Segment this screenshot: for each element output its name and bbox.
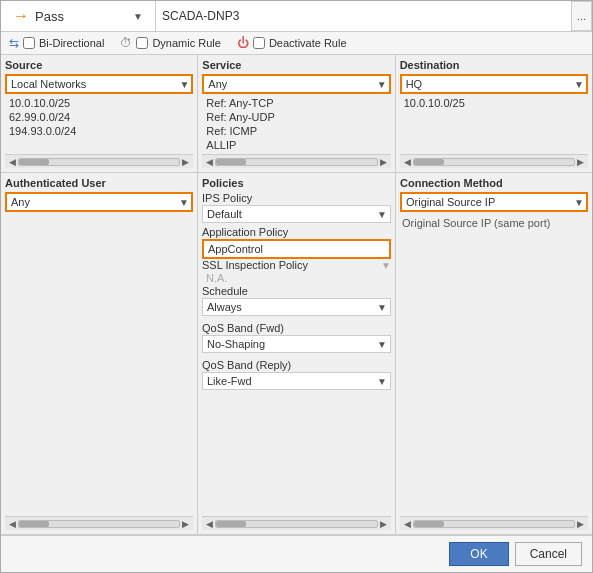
service-column: Service Any ▼ Ref: Any-TCP Ref: Any-UDP …	[198, 55, 395, 172]
app-policy-label: Application Policy	[202, 226, 391, 238]
cancel-button[interactable]: Cancel	[515, 542, 582, 566]
na-text: N.A.	[202, 271, 391, 285]
list-item: 10.0.10.0/25	[5, 96, 193, 110]
scroll-left-icon[interactable]: ◀	[7, 519, 18, 529]
columns-section: Source Local Networks ▼ 10.0.10.0/25 62.…	[1, 55, 592, 173]
scroll-left-icon[interactable]: ◀	[402, 519, 413, 529]
destination-column: Destination HQ ▼ 10.0.10.0/25 ◀ ▶	[396, 55, 592, 172]
connection-scrollbar[interactable]: ◀ ▶	[400, 516, 588, 530]
bidirectional-option: ⇆ Bi-Directional	[9, 36, 104, 50]
schedule-dropdown-wrapper: Always ▼	[202, 298, 391, 316]
ssl-inspection-label: SSL Inspection Policy	[202, 259, 381, 271]
qos-reply-dropdown-wrapper: Like-Fwd ▼	[202, 372, 391, 390]
auth-user-dropdown-wrapper: Any ▼	[5, 192, 193, 212]
ips-policy-dropdown-wrapper: Default ▼	[202, 205, 391, 223]
schedule-dropdown[interactable]: Always	[202, 298, 391, 316]
ssl-inspection-row: SSL Inspection Policy ▼	[202, 259, 391, 271]
bidirectional-label: Bi-Directional	[39, 37, 104, 49]
main-window: → Pass ▼ ... ⇆ Bi-Directional ⏱ Dynamic …	[0, 0, 593, 573]
qos-fwd-dropdown-wrapper: No-Shaping ▼	[202, 335, 391, 353]
scroll-thumb	[414, 521, 444, 527]
list-item: 62.99.0.0/24	[5, 110, 193, 124]
qos-reply-label: QoS Band (Reply)	[202, 359, 391, 371]
destination-dropdown[interactable]: HQ	[400, 74, 588, 94]
scroll-thumb	[414, 159, 444, 165]
scroll-track	[18, 158, 180, 166]
service-list: Ref: Any-TCP Ref: Any-UDP Ref: ICMP ALLI…	[202, 94, 390, 154]
scroll-track	[215, 520, 378, 528]
policies-panel: Policies IPS Policy Default ▼ Applicatio…	[198, 173, 396, 534]
deactivate-rule-checkbox[interactable]	[253, 37, 265, 49]
destination-scrollbar[interactable]: ◀ ▶	[400, 154, 588, 168]
scroll-right-icon[interactable]: ▶	[180, 157, 191, 167]
service-dropdown-wrapper: Any ▼	[202, 74, 390, 94]
connection-dropdown-wrapper: Original Source IP ▼	[400, 192, 588, 212]
auth-user-dropdown[interactable]: Any	[5, 192, 193, 212]
pass-button[interactable]: → Pass ▼	[1, 1, 156, 31]
dynamic-rule-option: ⏱ Dynamic Rule	[120, 36, 220, 50]
bidirectional-icon: ⇆	[9, 36, 19, 50]
scroll-right-icon[interactable]: ▶	[378, 157, 389, 167]
scroll-right-icon[interactable]: ▶	[378, 519, 389, 529]
dynamic-rule-icon: ⏱	[120, 36, 132, 50]
ellipsis-button[interactable]: ...	[571, 1, 592, 31]
qos-fwd-dropdown[interactable]: No-Shaping	[202, 335, 391, 353]
source-scrollbar[interactable]: ◀ ▶	[5, 154, 193, 168]
scroll-thumb	[216, 159, 246, 165]
schedule-label: Schedule	[202, 285, 391, 297]
dynamic-rule-checkbox[interactable]	[136, 37, 148, 49]
scroll-track	[413, 158, 575, 166]
scroll-thumb	[19, 521, 49, 527]
service-dropdown[interactable]: Any	[202, 74, 390, 94]
title-input[interactable]	[162, 9, 565, 23]
scroll-left-icon[interactable]: ◀	[402, 157, 413, 167]
scroll-right-icon[interactable]: ▶	[575, 157, 586, 167]
qos-fwd-label: QoS Band (Fwd)	[202, 322, 391, 334]
pass-arrow-icon: →	[13, 7, 29, 25]
service-header: Service	[202, 59, 390, 71]
connection-method-header: Connection Method	[400, 177, 588, 189]
bottom-section: Authenticated User Any ▼ ◀ ▶ Policies IP…	[1, 173, 592, 535]
destination-list: 10.0.10.0/25	[400, 94, 588, 154]
deactivate-rule-icon: ⏻	[237, 36, 249, 50]
auth-user-scrollbar[interactable]: ◀ ▶	[5, 516, 193, 530]
connection-method-dropdown[interactable]: Original Source IP	[400, 192, 588, 212]
source-dropdown-wrapper: Local Networks ▼	[5, 74, 193, 94]
ok-button[interactable]: OK	[449, 542, 508, 566]
footer: OK Cancel	[1, 535, 592, 572]
qos-reply-dropdown[interactable]: Like-Fwd	[202, 372, 391, 390]
dynamic-rule-label: Dynamic Rule	[152, 37, 220, 49]
auth-user-header: Authenticated User	[5, 177, 193, 189]
destination-header: Destination	[400, 59, 588, 71]
source-list: 10.0.10.0/25 62.99.0.0/24 194.93.0.0/24	[5, 94, 193, 154]
ssl-info-icon: ▼	[381, 260, 391, 271]
bidirectional-checkbox[interactable]	[23, 37, 35, 49]
list-item: ALLIP	[202, 138, 390, 152]
policies-scrollbar[interactable]: ◀ ▶	[202, 516, 391, 530]
ips-policy-dropdown[interactable]: Default	[202, 205, 391, 223]
scroll-track	[413, 520, 575, 528]
connection-note: Original Source IP (same port)	[400, 216, 588, 230]
top-bar: → Pass ▼ ...	[1, 1, 592, 32]
app-policy-input[interactable]	[202, 239, 391, 259]
scroll-track	[215, 158, 377, 166]
list-item: Ref: Any-UDP	[202, 110, 390, 124]
list-item: 10.0.10.0/25	[400, 96, 588, 110]
scroll-right-icon[interactable]: ▶	[575, 519, 586, 529]
auth-user-panel: Authenticated User Any ▼ ◀ ▶	[1, 173, 198, 534]
scroll-left-icon[interactable]: ◀	[204, 519, 215, 529]
scroll-track	[18, 520, 180, 528]
source-dropdown[interactable]: Local Networks	[5, 74, 193, 94]
options-row: ⇆ Bi-Directional ⏱ Dynamic Rule ⏻ Deacti…	[1, 32, 592, 55]
source-header: Source	[5, 59, 193, 71]
source-column: Source Local Networks ▼ 10.0.10.0/25 62.…	[1, 55, 198, 172]
destination-dropdown-wrapper: HQ ▼	[400, 74, 588, 94]
list-item: 194.93.0.0/24	[5, 124, 193, 138]
scroll-right-icon[interactable]: ▶	[180, 519, 191, 529]
deactivate-rule-option: ⏻ Deactivate Rule	[237, 36, 347, 50]
ips-policy-label: IPS Policy	[202, 192, 391, 204]
deactivate-rule-label: Deactivate Rule	[269, 37, 347, 49]
service-scrollbar[interactable]: ◀ ▶	[202, 154, 390, 168]
scroll-left-icon[interactable]: ◀	[204, 157, 215, 167]
scroll-left-icon[interactable]: ◀	[7, 157, 18, 167]
